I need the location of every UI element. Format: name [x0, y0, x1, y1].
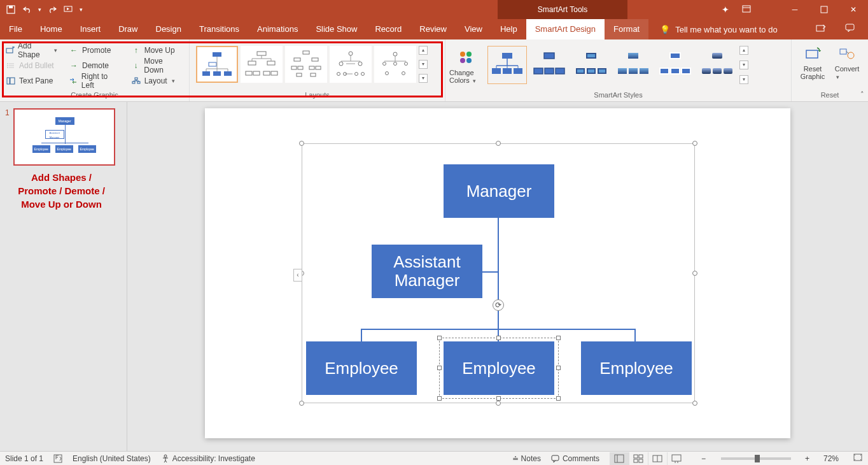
magic-icon[interactable]: ✦ — [722, 4, 729, 15]
zoom-in-button[interactable]: + — [805, 454, 809, 463]
display-options-icon[interactable] — [742, 5, 751, 15]
add-shape-button[interactable]: Add Shape▾ — [4, 43, 59, 57]
sel-handle[interactable] — [437, 396, 442, 401]
resize-handle-bm[interactable] — [496, 401, 501, 406]
notes-button[interactable]: ≐ Notes — [512, 454, 541, 463]
tab-slideshow[interactable]: Slide Show — [307, 19, 366, 39]
text-pane-button[interactable]: Text Pane — [4, 74, 59, 88]
save-icon[interactable] — [5, 4, 17, 15]
sel-handle[interactable] — [437, 366, 442, 370]
slide-thumbnail-1[interactable]: Manager Assistant Manager Employee Emplo… — [13, 108, 115, 166]
style-thumb-5[interactable] — [655, 46, 695, 84]
change-colors-button[interactable]: Change Colors ▾ — [449, 42, 485, 88]
styles-down-icon[interactable]: ▾ — [739, 61, 748, 69]
close-button[interactable]: ✕ — [839, 0, 868, 19]
smartart-node-emp1[interactable]: Employee — [306, 341, 417, 395]
tab-animations[interactable]: Animations — [248, 19, 307, 39]
status-language[interactable]: English (United States) — [73, 454, 151, 463]
tab-help[interactable]: Help — [491, 19, 526, 39]
zoom-out-button[interactable]: − — [696, 454, 707, 463]
layout-thumb-4[interactable] — [330, 46, 372, 83]
minimize-button[interactable]: ─ — [780, 0, 809, 19]
styles-group-label: SmartArt Styles — [449, 90, 787, 101]
tab-home[interactable]: Home — [31, 19, 71, 39]
sel-handle[interactable] — [556, 336, 561, 340]
text-pane-toggle-icon[interactable]: ‹ — [293, 269, 302, 282]
gallery-up-icon[interactable]: ▴ — [419, 46, 428, 55]
tab-view[interactable]: View — [456, 19, 491, 39]
resize-handle-mr[interactable] — [692, 271, 697, 276]
redo-icon[interactable] — [46, 4, 58, 15]
resize-handle-br[interactable] — [692, 401, 697, 406]
style-thumb-6[interactable] — [697, 46, 737, 84]
gallery-more-icon[interactable]: ▾ — [419, 74, 428, 83]
reading-view-button[interactable] — [648, 452, 667, 465]
spellcheck-icon[interactable] — [53, 454, 62, 463]
tab-file[interactable]: File — [0, 19, 31, 39]
demote-button[interactable]: →Demote — [67, 59, 122, 73]
accessibility-button[interactable]: Accessibility: Investigate — [161, 454, 255, 463]
styles-more-icon[interactable]: ▾ — [739, 75, 748, 84]
thumb-emp2: Employee — [55, 145, 73, 153]
zoom-slider-thumb[interactable] — [755, 455, 760, 462]
style-thumb-2[interactable] — [529, 46, 569, 84]
rotate-handle-icon[interactable]: ⟳ — [493, 299, 504, 311]
smartart-node-manager[interactable]: Manager — [444, 164, 554, 218]
resize-handle-tm[interactable] — [496, 141, 501, 146]
comments-icon[interactable] — [845, 24, 855, 35]
tab-draw[interactable]: Draw — [109, 19, 146, 39]
smartart-container[interactable]: ‹ Manager Assistant Manager Employee Emp… — [302, 143, 695, 403]
resize-handle-tr[interactable] — [692, 141, 697, 146]
layout-thumb-3[interactable] — [285, 46, 327, 83]
sel-handle[interactable] — [556, 396, 561, 401]
sel-handle[interactable] — [496, 396, 501, 401]
fit-to-window-button[interactable] — [853, 453, 863, 464]
move-down-button[interactable]: ↓Move Down — [129, 59, 185, 73]
svg-rect-114 — [54, 455, 62, 462]
layout-thumb-5[interactable] — [374, 46, 416, 83]
tell-me-search[interactable]: 💡 Tell me what you want to do — [648, 25, 816, 34]
resize-handle-bl[interactable] — [299, 401, 304, 406]
resize-handle-tl[interactable] — [299, 141, 304, 146]
tab-design[interactable]: Design — [147, 19, 190, 39]
sel-handle[interactable] — [437, 336, 442, 340]
undo-icon[interactable] — [22, 4, 33, 15]
promote-button[interactable]: ←Promote — [67, 43, 122, 57]
smartart-node-emp3[interactable]: Employee — [581, 341, 692, 395]
maximize-button[interactable] — [809, 0, 839, 19]
slide-sorter-button[interactable] — [629, 452, 648, 465]
layout-thumb-2[interactable] — [241, 46, 283, 83]
convert-button[interactable]: Convert▾ — [830, 42, 864, 80]
tab-smartart-design[interactable]: SmartArt Design — [526, 19, 605, 39]
reset-graphic-button[interactable]: Reset Graphic — [795, 42, 830, 80]
start-from-beginning-icon[interactable] — [63, 4, 74, 15]
sel-handle[interactable] — [496, 336, 501, 340]
style-thumb-1[interactable] — [487, 46, 527, 84]
svg-rect-35 — [257, 52, 266, 55]
slide-canvas-area[interactable]: ‹ Manager Assistant Manager Employee Emp… — [127, 102, 868, 451]
style-thumb-3[interactable] — [571, 46, 611, 84]
comments-button[interactable]: Comments — [551, 454, 599, 463]
tab-format[interactable]: Format — [605, 19, 648, 39]
styles-up-icon[interactable]: ▴ — [739, 46, 748, 55]
slideshow-view-button[interactable] — [667, 452, 686, 465]
gallery-down-icon[interactable]: ▾ — [419, 60, 428, 69]
smartart-node-assistant[interactable]: Assistant Manager — [372, 245, 482, 298]
share-icon[interactable] — [816, 24, 826, 35]
tab-review[interactable]: Review — [410, 19, 456, 39]
normal-view-button[interactable] — [610, 452, 629, 465]
zoom-level[interactable]: 72% — [820, 454, 843, 463]
move-up-button[interactable]: ↑Move Up — [129, 43, 185, 57]
style-thumb-4[interactable] — [613, 46, 653, 84]
svg-rect-24 — [213, 52, 221, 57]
tab-record[interactable]: Record — [366, 19, 410, 39]
layout-thumb-1[interactable] — [196, 46, 238, 83]
tab-insert[interactable]: Insert — [71, 19, 110, 39]
right-to-left-button[interactable]: Right to Left — [67, 74, 122, 88]
zoom-slider[interactable] — [721, 457, 791, 460]
slide-1[interactable]: ‹ Manager Assistant Manager Employee Emp… — [205, 108, 790, 438]
layout-button[interactable]: Layout▾ — [129, 74, 185, 88]
sel-handle[interactable] — [556, 366, 561, 370]
collapse-ribbon-icon[interactable]: ˄ — [860, 90, 864, 99]
tab-transitions[interactable]: Transitions — [190, 19, 248, 39]
